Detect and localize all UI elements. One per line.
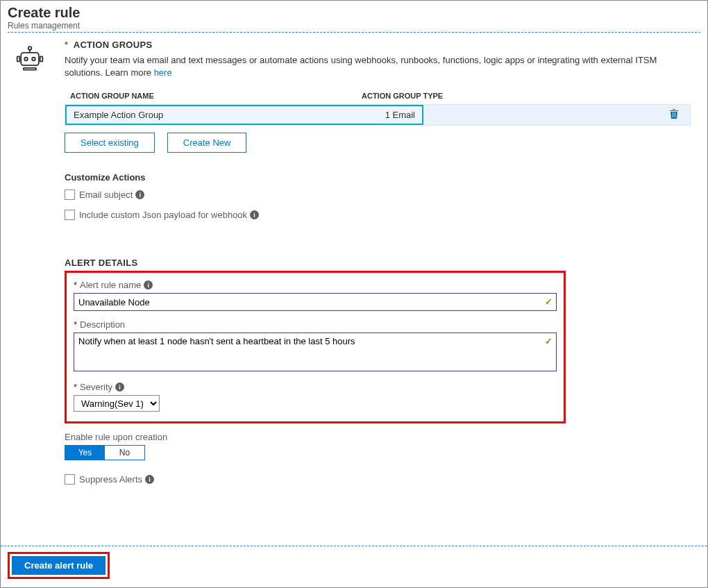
toggle-yes[interactable]: Yes <box>65 446 105 460</box>
action-group-type: 1 Email <box>385 110 415 120</box>
delete-icon[interactable] <box>669 108 679 121</box>
svg-point-4 <box>32 58 35 61</box>
svg-rect-9 <box>675 112 675 117</box>
page-subtitle: Rules management <box>8 21 700 31</box>
suppress-alerts-checkbox[interactable] <box>65 474 75 485</box>
svg-point-3 <box>24 58 28 61</box>
alert-name-label: Alert rule name <box>80 280 141 290</box>
svg-rect-7 <box>24 68 36 70</box>
robot-icon <box>15 44 45 74</box>
svg-rect-6 <box>40 56 43 61</box>
enable-toggle[interactable]: Yes No <box>65 445 145 460</box>
info-icon[interactable]: i <box>250 210 259 219</box>
highlighted-create-box: Create alert rule <box>8 552 110 579</box>
svg-rect-2 <box>21 53 39 65</box>
info-icon[interactable]: i <box>135 190 144 199</box>
alert-name-input[interactable] <box>74 293 557 311</box>
info-icon[interactable]: i <box>145 475 154 484</box>
json-payload-checkbox[interactable] <box>65 210 75 220</box>
valid-check-icon: ✓ <box>545 296 553 307</box>
suppress-alerts-label: Suppress Alerts <box>79 474 142 485</box>
section-title-alert-details: ALERT DETAILS <box>65 258 691 268</box>
valid-check-icon: ✓ <box>545 336 553 346</box>
svg-point-0 <box>28 47 32 50</box>
required-asterisk: * <box>65 40 68 50</box>
email-subject-checkbox[interactable] <box>65 190 75 200</box>
action-group-row[interactable]: Example Action Group 1 Email <box>65 104 691 126</box>
svg-rect-8 <box>673 112 673 117</box>
enable-rule-label: Enable rule upon creation <box>65 432 691 442</box>
action-groups-description: Notify your team via email and text mess… <box>65 54 691 79</box>
create-alert-rule-button[interactable]: Create alert rule <box>12 556 106 575</box>
json-payload-label: Include custom Json payload for webhook <box>79 210 247 220</box>
col-header-name: ACTION GROUP NAME <box>70 92 362 100</box>
select-existing-button[interactable]: Select existing <box>65 133 155 153</box>
col-header-type: ACTION GROUP TYPE <box>362 92 443 100</box>
info-icon[interactable]: i <box>115 383 124 392</box>
create-new-button[interactable]: Create New <box>167 133 247 153</box>
severity-select[interactable]: Warning(Sev 1) <box>74 395 160 412</box>
highlighted-details-box: * Alert rule name i ✓ * Description <box>65 271 566 423</box>
info-icon[interactable]: i <box>144 280 153 289</box>
severity-label: Severity <box>80 382 112 392</box>
description-label: Description <box>80 319 125 330</box>
svg-rect-5 <box>17 56 20 61</box>
email-subject-label: Email subject <box>79 190 133 200</box>
learn-more-link[interactable]: here <box>154 67 172 78</box>
toggle-no[interactable]: No <box>105 446 144 460</box>
action-group-name: Example Action Group <box>74 110 163 120</box>
page-title: Create rule <box>8 5 700 21</box>
section-title-action-groups: ACTION GROUPS <box>74 40 153 50</box>
customize-actions-heading: Customize Actions <box>65 172 691 183</box>
description-input[interactable]: Notify when at least 1 node hasn't sent … <box>74 333 557 371</box>
